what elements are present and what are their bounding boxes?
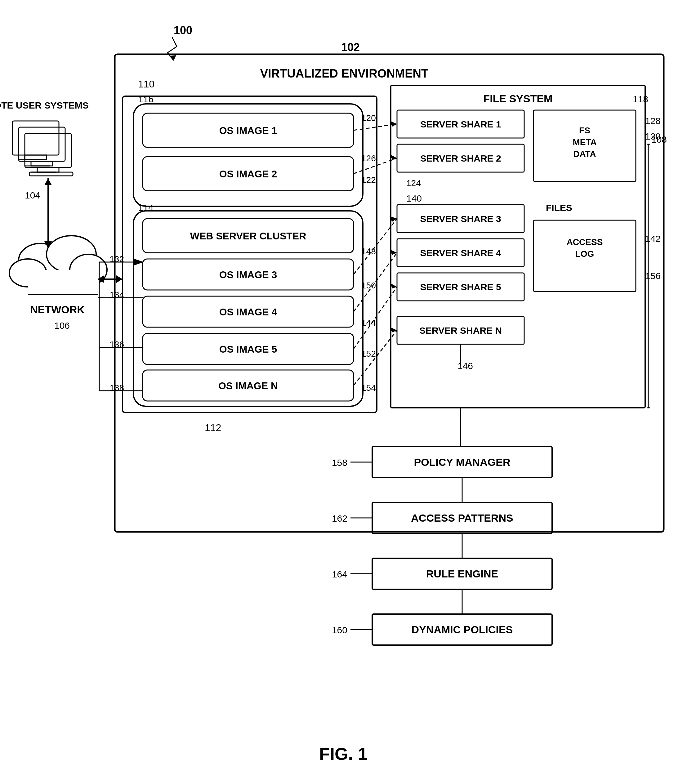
- ref142: 142: [645, 233, 661, 244]
- os-image-2-label: OS IMAGE 2: [219, 168, 277, 179]
- ref106: 106: [54, 321, 70, 330]
- policy-manager-label: POLICY MANAGER: [414, 456, 510, 468]
- ref160: 160: [332, 625, 347, 635]
- server-share-3-label: SERVER SHARE 3: [420, 214, 501, 224]
- fs-meta-label3: DATA: [573, 149, 596, 159]
- network-label: NETWORK: [30, 304, 85, 316]
- ref100: 100: [174, 24, 192, 36]
- svg-marker-59: [44, 178, 52, 185]
- svg-rect-47: [12, 121, 59, 155]
- access-patterns-label: ACCESS PATTERNS: [411, 512, 513, 524]
- server-share-2-label: SERVER SHARE 2: [420, 153, 501, 163]
- ref164: 164: [332, 569, 347, 579]
- dynamic-policies-label: DYNAMIC POLICIES: [412, 624, 513, 636]
- ref150: 150: [362, 281, 376, 290]
- svg-rect-53: [25, 133, 71, 168]
- ref126: 126: [362, 153, 376, 163]
- ref118: 118: [633, 94, 648, 104]
- ref122: 122: [362, 175, 376, 185]
- ref124: 124: [406, 178, 421, 188]
- ref114: 114: [138, 202, 153, 213]
- os-image-4-label: OS IMAGE 4: [219, 306, 277, 317]
- access-log-label: ACCESS: [567, 237, 603, 247]
- svg-rect-41: [28, 270, 99, 294]
- svg-marker-45: [116, 275, 123, 283]
- os-image-1-label: OS IMAGE 1: [219, 125, 277, 136]
- ref162: 162: [332, 513, 347, 523]
- svg-rect-48: [25, 155, 46, 160]
- server-share-1-label: SERVER SHARE 1: [420, 119, 501, 129]
- ref154: 154: [362, 383, 376, 393]
- ref104: 104: [25, 190, 40, 201]
- ref120: 120: [362, 113, 376, 123]
- os-image-3-label: OS IMAGE 3: [219, 269, 277, 280]
- diagram: 102 VIRTUALIZED ENVIRONMENT FILE SYSTEM …: [0, 0, 687, 784]
- ref102-label: 102: [341, 41, 360, 54]
- ref144: 144: [362, 318, 376, 327]
- virt-env-label: VIRTUALIZED ENVIRONMENT: [260, 67, 429, 80]
- os-image-n-label: OS IMAGE N: [219, 380, 278, 391]
- svg-rect-56: [30, 172, 73, 176]
- fig-caption: FIG. 1: [319, 744, 368, 764]
- svg-line-43: [19, 294, 28, 298]
- server-share-4-label: SERVER SHARE 4: [420, 248, 501, 258]
- ref110: 110: [138, 79, 154, 90]
- server-share-5-label: SERVER SHARE 5: [420, 282, 501, 292]
- svg-rect-1: [391, 85, 645, 408]
- web-server-cluster-label: WEB SERVER CLUSTER: [190, 230, 306, 242]
- ref148: 148: [362, 247, 376, 256]
- server-share-n-label: SERVER SHARE N: [419, 325, 502, 335]
- svg-rect-51: [31, 161, 53, 166]
- svg-rect-50: [19, 127, 65, 161]
- ref152: 152: [362, 349, 376, 358]
- rule-engine-label: RULE ENGINE: [426, 568, 498, 580]
- remote-user-label: REMOTE USER SYSTEMS: [0, 100, 89, 110]
- ref156: 156: [645, 271, 661, 281]
- ref130: 130: [645, 131, 661, 141]
- svg-rect-14: [123, 96, 377, 413]
- ref146: 146: [457, 361, 473, 371]
- fs-meta-label: FS: [579, 126, 590, 135]
- os-image-5-label: OS IMAGE 5: [219, 344, 277, 355]
- ref116: 116: [138, 94, 153, 104]
- fs-meta-label2: META: [572, 137, 597, 147]
- ref140: 140: [406, 193, 422, 204]
- svg-rect-54: [37, 168, 59, 172]
- ref158: 158: [332, 457, 347, 468]
- files-label: FILES: [546, 202, 572, 213]
- file-system-label: FILE SYSTEM: [483, 93, 553, 105]
- ref128: 128: [645, 116, 661, 126]
- access-log-label2: LOG: [575, 249, 594, 259]
- ref112: 112: [205, 422, 221, 433]
